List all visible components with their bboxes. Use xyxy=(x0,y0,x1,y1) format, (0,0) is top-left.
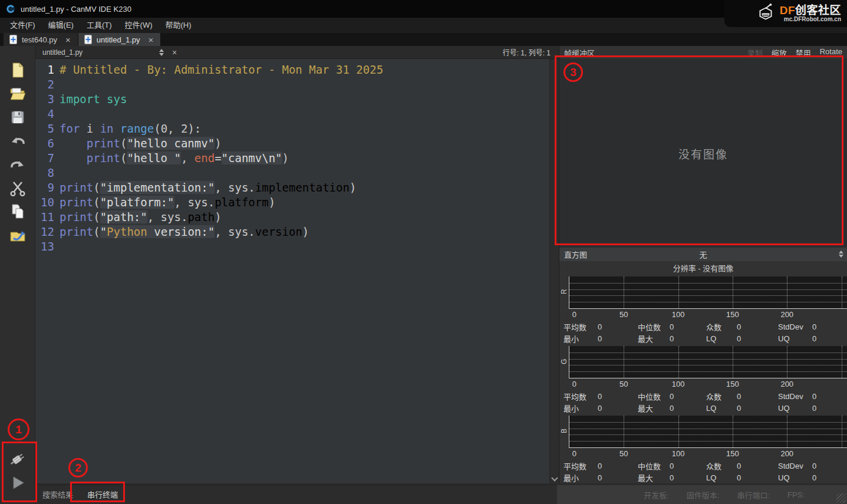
code-token: , sys. xyxy=(215,225,255,238)
undo-icon[interactable] xyxy=(8,131,28,151)
stat-label: 平均数 xyxy=(563,460,598,472)
menu-item[interactable]: 编辑(E) xyxy=(42,18,80,33)
editor-scrollbar[interactable] xyxy=(549,59,559,483)
menu-item[interactable]: 控件(W) xyxy=(118,18,159,33)
code-token: ( xyxy=(93,225,100,238)
stat-label: 中位数 xyxy=(638,321,670,332)
code-token: print xyxy=(60,196,93,209)
doc-switch-spinner[interactable] xyxy=(159,49,164,56)
axis-ticks: 050100150200 xyxy=(569,309,847,321)
stat-label: StdDev xyxy=(778,392,812,401)
copy-icon[interactable] xyxy=(8,202,28,222)
document-tabbar: test640.py×untitled_1.py× xyxy=(0,33,847,46)
stat-value: 0 xyxy=(737,473,778,482)
stat-label: 最大 xyxy=(638,403,670,414)
bottom-tab[interactable]: 串行终端 xyxy=(80,485,125,504)
gridline xyxy=(569,295,847,296)
code-line: 8 xyxy=(35,166,549,180)
tab-close-icon[interactable]: × xyxy=(147,35,155,45)
code-token: ( xyxy=(93,181,100,194)
code-token: i xyxy=(80,122,100,135)
axis-tick-label: 50 xyxy=(619,380,628,388)
document-tab[interactable]: test640.py× xyxy=(4,33,78,46)
axis-tick-label: 0 xyxy=(572,449,576,458)
menu-item[interactable]: 帮助(H) xyxy=(159,18,198,33)
bottom-tab[interactable]: 搜索结果 xyxy=(35,485,80,504)
resize-grip[interactable] xyxy=(836,493,846,503)
stat-label: UQ xyxy=(778,473,812,482)
menu-item[interactable]: 工具(T) xyxy=(80,18,118,33)
code-editor[interactable]: 1# Untitled - By: Administrator - Mon Ma… xyxy=(35,59,549,483)
stat-value: 0 xyxy=(598,334,638,343)
stat-label: 众数 xyxy=(706,321,737,332)
channel-chart: G xyxy=(559,344,847,378)
gridline xyxy=(569,353,847,353)
code-token: "hello canmv" xyxy=(127,137,215,150)
stat-value: 0 xyxy=(598,322,638,331)
code-token: platform xyxy=(215,196,269,209)
cut-icon[interactable] xyxy=(8,178,28,198)
code-token: "implementation:" xyxy=(100,181,215,194)
axis-tick-label: 200 xyxy=(780,449,793,458)
stat-value: 0 xyxy=(737,334,778,343)
paste-icon[interactable] xyxy=(8,225,28,245)
status-bar: 开发板:固件版本:串行端口:FPS: xyxy=(557,485,847,504)
code-line: 13 xyxy=(35,239,549,254)
resolution-title: 分辨率 - 没有图像 xyxy=(559,261,847,275)
scroll-down-icon[interactable] xyxy=(550,474,559,483)
editor-close-icon[interactable]: × xyxy=(172,48,177,57)
stat-value: 0 xyxy=(670,462,706,470)
code-line: 9print("implementation:", sys.implementa… xyxy=(35,180,549,195)
histogram-spinner-icon[interactable] xyxy=(839,251,843,258)
save-file-icon[interactable] xyxy=(8,107,28,127)
document-tab[interactable]: untitled_1.py× xyxy=(78,33,162,46)
stats-row: 平均数0中位数0众数0StdDev0 xyxy=(559,460,847,472)
stats-row: 最小0最大0LQ0UQ0 xyxy=(559,332,847,344)
line-number: 13 xyxy=(35,239,54,254)
redo-icon[interactable] xyxy=(8,154,28,174)
channel-plot xyxy=(569,416,847,448)
gridline xyxy=(678,346,679,378)
framebuffer-button[interactable]: 缩放 xyxy=(772,47,787,58)
code-token: version xyxy=(255,225,302,238)
framebuffer-button[interactable]: Rotate xyxy=(820,47,842,58)
stat-value: 0 xyxy=(812,462,847,470)
framebuffer-title: 帧缓冲区 xyxy=(559,47,595,58)
code-line: 10print("platform:", sys.platform) xyxy=(35,195,549,210)
menu-bar: 文件(F)编辑(E)工具(T)控件(W)帮助(H) xyxy=(0,18,847,33)
code-token: , sys. xyxy=(215,181,255,194)
code-token: range xyxy=(120,122,154,135)
gridline xyxy=(569,289,847,290)
code-token: ) xyxy=(215,137,221,150)
stat-value: 0 xyxy=(598,392,638,401)
histogram-selector[interactable]: 直方图 无 xyxy=(559,248,847,261)
framebuffer-button[interactable]: 禁用 xyxy=(796,47,811,58)
stat-label: LQ xyxy=(706,473,737,482)
axis-tick-label: 0 xyxy=(572,310,576,319)
stat-value: 0 xyxy=(737,322,778,331)
brand-name-df: DF xyxy=(780,4,795,17)
channel-axis-label: B xyxy=(559,414,569,448)
right-panel: 帧缓冲区 录制缩放禁用Rotate 没有图像 直方图 无 分辨率 - 没有图像 … xyxy=(559,46,847,483)
code-token: # Untitled - By: Administrator - Mon Mar… xyxy=(60,63,383,76)
run-script-icon[interactable] xyxy=(8,473,28,493)
open-folder-icon[interactable] xyxy=(8,84,28,104)
channel-chart: B xyxy=(559,414,847,448)
line-number: 7 xyxy=(35,151,54,166)
channel-plot xyxy=(569,346,847,378)
code-line: 12print("Python version:", sys.version) xyxy=(35,225,549,239)
brand-name-cn: 创客社区 xyxy=(795,4,841,17)
histogram-selected-value: 无 xyxy=(559,249,847,260)
axis-tick-label: 0 xyxy=(572,380,576,388)
stat-value: 0 xyxy=(670,334,706,343)
tab-close-icon[interactable]: × xyxy=(64,35,72,45)
code-token: end xyxy=(195,151,215,164)
menu-item[interactable]: 文件(F) xyxy=(4,18,42,33)
stat-label: 最大 xyxy=(638,333,670,344)
new-file-icon[interactable] xyxy=(8,60,28,80)
connect-board-icon[interactable] xyxy=(8,449,28,469)
code-token: ) xyxy=(215,210,221,223)
code-token: sys xyxy=(107,93,127,106)
stat-label: StdDev xyxy=(778,462,812,470)
axis-ticks: 050100150200 xyxy=(569,448,847,460)
